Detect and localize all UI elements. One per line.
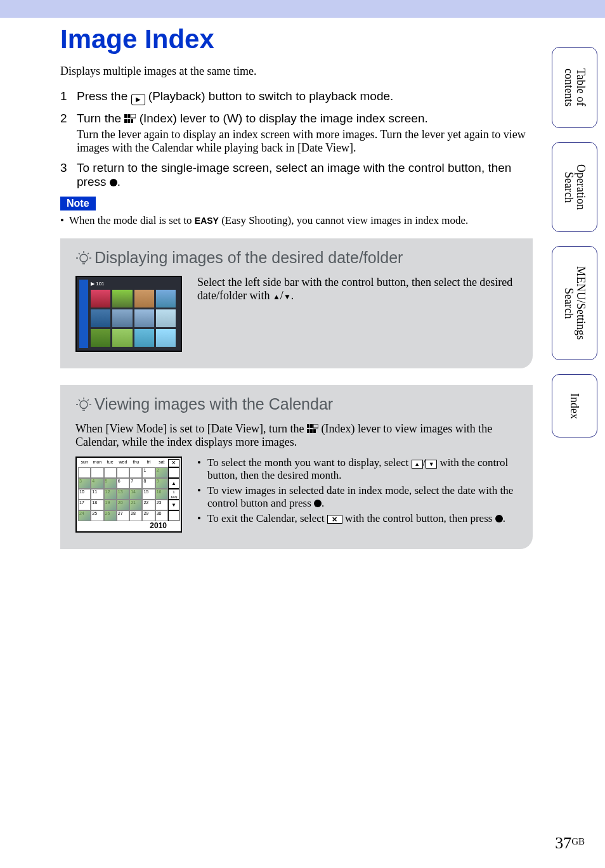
svg-rect-11 (307, 429, 309, 433)
illus-thumbnails (91, 290, 176, 347)
b2a: To view images in selected date in index… (207, 484, 513, 509)
b3b: with the control button, then press (342, 512, 495, 524)
tip-bulb-icon (75, 396, 92, 413)
center-button-icon (110, 179, 117, 186)
tip1-title: Displaying images of the desired date/fo… (94, 249, 403, 267)
step-1: Press the (Playback) button to switch to… (60, 89, 533, 105)
cal-down-cell: ▼ (168, 500, 179, 510)
tip2-bullet-3: To exit the Calendar, select with the co… (197, 512, 517, 525)
playback-icon (131, 94, 145, 105)
cal-day-header: sun mon tue wed thu fri sat ✕ (78, 459, 179, 467)
tip1-title-row: Displaying images of the desired date/fo… (75, 249, 517, 267)
cal-year: 2010 (78, 521, 179, 530)
b1a: To select the month you want to display,… (207, 457, 412, 469)
tip2-bullet-1: To select the month you want to display,… (197, 457, 517, 482)
calendar-illustration: sun mon tue wed thu fri sat ✕ 12 3456789… (75, 457, 182, 533)
cal-day: thu (129, 459, 142, 467)
cal-day: sat (155, 459, 168, 467)
tip-bulb-icon (75, 250, 92, 266)
note-block: Note When the mode dial is set to EASY (… (60, 197, 533, 227)
tip-box-date-folder: Displaying images of the desired date/fo… (60, 238, 533, 368)
tab-table-of-contents[interactable]: Table of contents (552, 47, 597, 128)
page-number-suffix: GB (571, 836, 585, 846)
center-button-icon (314, 500, 322, 507)
cal-day: wed (117, 459, 129, 467)
cal-day: tue (104, 459, 117, 467)
tab-menu-settings-search[interactable]: MENU/Settings Search (552, 246, 597, 360)
page-title: Image Index (60, 24, 533, 55)
page-number-value: 37 (555, 834, 571, 852)
b3c: . (503, 512, 505, 524)
svg-rect-3 (124, 119, 127, 123)
cal-side-blank (168, 467, 179, 478)
cal-day: fri (142, 459, 155, 467)
cal-month-cell: 1 JAN (168, 489, 179, 500)
top-color-bar (0, 0, 605, 18)
svg-rect-8 (307, 424, 309, 428)
note-text-b: (Easy Shooting), you cannot view images … (219, 214, 468, 226)
svg-rect-12 (310, 429, 313, 433)
center-button-icon (495, 515, 503, 522)
tip-box-calendar: Viewing images with the Calendar When [V… (60, 385, 533, 549)
tab-index[interactable]: Index (552, 374, 597, 437)
tab-label: MENU/Settings Search (563, 256, 587, 351)
tip2-lead-a: When [View Mode] is set to [Date View], … (75, 422, 307, 435)
page-number: 37GB (555, 834, 585, 853)
down-box-icon: ▼ (426, 460, 437, 469)
tip1-text-a: Select the left side bar with the contro… (197, 276, 512, 302)
step-2: Turn the (Index) lever to (W) to display… (60, 112, 533, 155)
tab-label: Operation Search (563, 152, 587, 223)
svg-rect-0 (124, 114, 127, 118)
up-triangle-icon (273, 289, 280, 302)
step-3-text-a: To return to the single-image screen, se… (77, 161, 511, 188)
illus-sidebar (79, 280, 88, 348)
note-text-a: When the mode dial is set to (69, 214, 195, 226)
cal-up-cell: ▲ (168, 478, 179, 489)
tip1-text: Select the left side bar with the contro… (197, 276, 517, 352)
step-2-text-a: Turn the (77, 112, 124, 125)
illus-header-label: ▶ 101 (91, 281, 105, 287)
tab-operation-search[interactable]: Operation Search (552, 142, 597, 232)
note-text: When the mode dial is set to EASY (Easy … (60, 214, 533, 227)
intro-text: Displays multiple images at the same tim… (60, 65, 533, 78)
step-1-text-b: (Playback) button to switch to playback … (148, 89, 394, 103)
tip2-bullets: To select the month you want to display,… (197, 457, 517, 533)
down-triangle-icon (283, 289, 291, 302)
side-tabs: Table of contents Operation Search MENU/… (552, 47, 597, 437)
close-box-icon (327, 515, 342, 524)
index-screen-illustration: ▶ 101 (75, 276, 182, 352)
svg-point-7 (80, 401, 88, 408)
svg-point-6 (80, 254, 88, 262)
step-3: To return to the single-image screen, se… (60, 161, 533, 189)
svg-rect-1 (127, 114, 130, 118)
svg-rect-2 (131, 114, 136, 118)
svg-rect-9 (310, 424, 313, 428)
step-1-text-a: Press the (77, 89, 131, 103)
easy-label: EASY (195, 216, 219, 226)
tab-label: Table of contents (563, 56, 587, 119)
svg-rect-5 (131, 119, 133, 123)
note-badge: Note (60, 197, 96, 211)
tip1-text-c: . (291, 289, 294, 302)
steps-list: Press the (Playback) button to switch to… (60, 89, 533, 189)
index-grid-icon (307, 423, 318, 432)
cal-grid: 12 3456789 ▲ 10111213141516 1 JAN 171819… (78, 467, 179, 521)
svg-rect-4 (127, 119, 130, 123)
page-body: Image Index Displays multiple images at … (0, 18, 605, 549)
cal-day: mon (91, 459, 103, 467)
index-grid-icon (124, 112, 136, 121)
svg-rect-13 (313, 429, 316, 433)
step-2-subtext: Turn the lever again to display an index… (77, 128, 533, 155)
b3a: To exit the Calendar, select (207, 512, 327, 524)
cal-close-cell: ✕ (168, 459, 179, 467)
step-2-text-b: (Index) lever to (W) to display the imag… (140, 112, 428, 125)
b2b: . (322, 497, 324, 509)
tip2-title-row: Viewing images with the Calendar (75, 395, 517, 413)
svg-rect-10 (313, 424, 318, 428)
up-box-icon: ▲ (412, 460, 423, 469)
tip2-title: Viewing images with the Calendar (94, 395, 333, 413)
step-3-text-b: . (117, 175, 120, 188)
cal-day: sun (78, 459, 91, 467)
tip2-lead: When [View Mode] is set to [Date View], … (75, 422, 517, 449)
tab-label: Index (569, 393, 581, 419)
